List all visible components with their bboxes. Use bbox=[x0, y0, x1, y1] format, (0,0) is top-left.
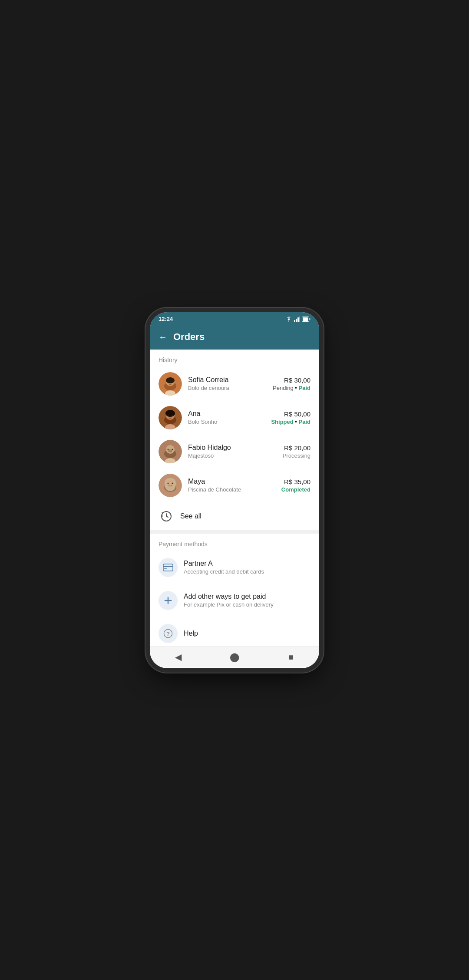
order-status-sofia: R$ 30,00 Pending • Paid bbox=[273, 376, 310, 391]
svg-point-11 bbox=[168, 381, 169, 382]
order-amount-ana: R$ 50,00 bbox=[271, 410, 310, 418]
order-name-sofia: Sofia Correia bbox=[188, 376, 267, 384]
order-amount-sofia: R$ 30,00 bbox=[273, 376, 310, 384]
nav-back-button[interactable]: ◀ bbox=[168, 647, 188, 667]
svg-rect-36 bbox=[163, 566, 173, 567]
svg-point-33 bbox=[172, 482, 173, 484]
payment-subtitle-add: For example Pix or cash on delivery bbox=[184, 601, 274, 608]
payment-info-add: Add other ways to get paid For example P… bbox=[184, 593, 274, 608]
order-amount-fabio: R$ 20,00 bbox=[283, 444, 310, 452]
payment-section-label: Payment methods bbox=[150, 534, 319, 551]
payment-subtitle-partner-a: Accepting credit and debit cards bbox=[184, 568, 264, 575]
svg-point-32 bbox=[168, 482, 169, 484]
svg-rect-37 bbox=[164, 568, 167, 569]
avatar-ana bbox=[159, 406, 182, 429]
order-product-sofia: Bolo de cenoura bbox=[188, 385, 267, 391]
signal-icon bbox=[294, 317, 300, 322]
svg-point-10 bbox=[166, 377, 175, 383]
order-item-ana[interactable]: Ana Bolo Sonho R$ 50,00 Shipped • Paid bbox=[150, 401, 319, 435]
status-bar: 12:24 bbox=[150, 312, 319, 326]
payment-title-partner-a: Partner A bbox=[184, 560, 264, 568]
order-status-text-ana: Shipped • Paid bbox=[271, 419, 310, 425]
svg-point-17 bbox=[165, 410, 175, 417]
svg-point-25 bbox=[168, 449, 169, 450]
history-section-label: History bbox=[150, 350, 319, 367]
status-paid-ana: Paid bbox=[299, 419, 310, 425]
payment-icon-plus bbox=[159, 591, 178, 610]
svg-point-18 bbox=[168, 415, 169, 416]
order-product-ana: Bolo Sonho bbox=[188, 419, 265, 425]
svg-rect-2 bbox=[297, 317, 299, 322]
header: ← Orders bbox=[150, 326, 319, 350]
order-info-maya: Maya Piscina de Chocolate bbox=[188, 478, 275, 493]
payment-item-partner-a[interactable]: Partner A Accepting credit and debit car… bbox=[150, 551, 319, 584]
battery-icon bbox=[302, 317, 310, 322]
see-all-row[interactable]: See all bbox=[150, 502, 319, 530]
payment-info-partner-a: Partner A Accepting credit and debit car… bbox=[184, 560, 264, 575]
time: 12:24 bbox=[159, 316, 173, 322]
svg-point-19 bbox=[172, 415, 173, 416]
order-item-sofia[interactable]: Sofia Correia Bolo de cenoura R$ 30,00 P… bbox=[150, 367, 319, 401]
order-product-fabio: Majestoso bbox=[188, 452, 277, 459]
order-info-fabio: Fabio Hidalgo Majestoso bbox=[188, 444, 277, 459]
avatar-sofia bbox=[159, 372, 182, 396]
order-item-fabio[interactable]: Fabio Hidalgo Majestoso R$ 20,00 Process… bbox=[150, 435, 319, 469]
order-name-ana: Ana bbox=[188, 410, 265, 418]
order-status-text-sofia: Pending • Paid bbox=[273, 385, 310, 391]
order-status-text-fabio: Processing bbox=[283, 452, 310, 459]
svg-rect-35 bbox=[163, 564, 173, 571]
avatar-fabio bbox=[159, 440, 182, 463]
svg-point-26 bbox=[172, 449, 173, 450]
order-status-fabio: R$ 20,00 Processing bbox=[283, 444, 310, 459]
order-info-sofia: Sofia Correia Bolo de cenoura bbox=[188, 376, 267, 391]
svg-point-12 bbox=[172, 381, 173, 382]
help-item[interactable]: ? Help bbox=[150, 617, 319, 647]
divider bbox=[150, 530, 319, 534]
status-processing-fabio: Processing bbox=[283, 452, 310, 459]
payment-title-add: Add other ways to get paid bbox=[184, 593, 274, 601]
svg-rect-3 bbox=[299, 317, 300, 322]
content: History Sofia Correia Bolo de cenoura bbox=[150, 350, 319, 647]
order-status-text-maya: Completed bbox=[281, 486, 310, 493]
wifi-icon bbox=[285, 317, 292, 322]
order-status-maya: R$ 35,00 Completed bbox=[281, 478, 310, 493]
order-item-maya[interactable]: Maya Piscina de Chocolate R$ 35,00 Compl… bbox=[150, 469, 319, 502]
order-status-ana: R$ 50,00 Shipped • Paid bbox=[271, 410, 310, 425]
nav-home-button[interactable]: ⬤ bbox=[224, 647, 245, 667]
order-product-maya: Piscina de Chocolate bbox=[188, 486, 275, 493]
svg-rect-1 bbox=[296, 319, 297, 322]
page-title: Orders bbox=[173, 331, 205, 343]
status-paid-sofia: Paid bbox=[299, 385, 310, 391]
avatar-maya bbox=[159, 474, 182, 497]
history-icon bbox=[159, 508, 174, 524]
help-icon: ? bbox=[159, 624, 178, 643]
status-icons bbox=[285, 317, 310, 322]
svg-rect-0 bbox=[294, 320, 295, 322]
see-all-label: See all bbox=[180, 512, 201, 520]
order-info-ana: Ana Bolo Sonho bbox=[188, 410, 265, 425]
order-name-maya: Maya bbox=[188, 478, 275, 485]
help-label: Help bbox=[184, 630, 198, 637]
svg-rect-5 bbox=[309, 318, 310, 320]
back-button[interactable]: ← bbox=[159, 333, 167, 341]
status-pending-sofia: Pending bbox=[273, 385, 294, 391]
nav-recents-button[interactable]: ■ bbox=[281, 647, 301, 667]
nav-bar: ◀ ⬤ ■ bbox=[150, 647, 319, 667]
order-name-fabio: Fabio Hidalgo bbox=[188, 444, 277, 452]
help-info: Help bbox=[184, 630, 198, 637]
svg-rect-6 bbox=[303, 317, 308, 321]
svg-text:?: ? bbox=[166, 630, 170, 637]
status-completed-maya: Completed bbox=[281, 486, 310, 493]
status-shipped-ana: Shipped bbox=[271, 419, 293, 425]
phone-frame: 12:24 ← Or bbox=[150, 312, 319, 668]
payment-item-add[interactable]: Add other ways to get paid For example P… bbox=[150, 584, 319, 617]
payment-icon-card bbox=[159, 558, 178, 577]
order-amount-maya: R$ 35,00 bbox=[281, 478, 310, 485]
